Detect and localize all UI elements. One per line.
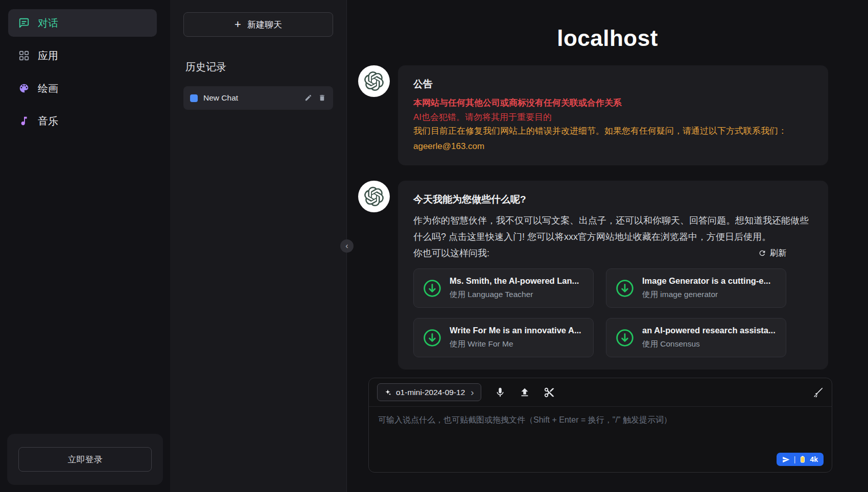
chat-bubble-icon xyxy=(18,17,30,29)
suggestion-card[interactable]: Ms. Smith, the AI-powered Lan... 使用 Lang… xyxy=(413,268,594,308)
new-chat-button[interactable]: + 新建聊天 xyxy=(183,12,333,37)
history-title: 历史记录 xyxy=(183,60,333,74)
sidebar-item-draw[interactable]: 绘画 xyxy=(8,75,157,102)
new-chat-label: 新建聊天 xyxy=(247,19,282,31)
assistant-avatar xyxy=(358,181,390,212)
announcement-line-1: 本网站与任何其他公司或商标没有任何关联或合作关系 xyxy=(413,96,813,110)
sidebar: 对话 应用 绘画 音乐 立即登录 xyxy=(0,0,170,492)
chat-item-title: New Chat xyxy=(203,93,299,103)
suggestion-texts: Ms. Smith, the AI-powered Lan... 使用 Lang… xyxy=(450,276,579,300)
suggestion-title: Image Generator is a cutting-e... xyxy=(642,276,770,286)
suggestion-subtitle: 使用 Consensus xyxy=(642,339,776,350)
ask-row: 你也可以这样问我: 刷新 xyxy=(413,247,786,259)
chat-list-panel: + 新建聊天 历史记录 New Chat xyxy=(170,0,347,492)
suggestion-grid: Ms. Smith, the AI-powered Lan... 使用 Lang… xyxy=(413,268,786,357)
suggestion-title: Ms. Smith, the AI-powered Lan... xyxy=(450,276,579,286)
download-circle-icon xyxy=(615,278,635,299)
suggestion-title: an AI-powered research assista... xyxy=(642,326,776,335)
refresh-suggestions-button[interactable]: 刷新 xyxy=(758,248,786,259)
refresh-label: 刷新 xyxy=(770,248,786,259)
composer: o1-mini-2024-09-12 › xyxy=(368,378,832,473)
sidebar-item-music[interactable]: 音乐 xyxy=(8,107,157,135)
announcement-card: 公告 本网站与任何其他公司或商标没有任何关联或合作关系 AI也会犯错。请勿将其用… xyxy=(398,65,828,165)
contact-email-link[interactable]: ageerle@163.com xyxy=(413,139,484,154)
badge-divider: | xyxy=(794,455,796,463)
welcome-body: 作为你的智慧伙伴，我不仅可以写文案、出点子，还可以和你聊天、回答问题。想知道我还… xyxy=(413,212,813,245)
suggestion-texts: an AI-powered research assista... 使用 Con… xyxy=(642,326,776,350)
download-circle-icon xyxy=(422,328,442,348)
login-panel: 立即登录 xyxy=(7,434,163,485)
message-input[interactable] xyxy=(369,407,832,454)
announcement-title: 公告 xyxy=(413,78,813,91)
sparkle-icon xyxy=(384,389,391,396)
sidebar-item-label: 应用 xyxy=(38,49,58,63)
delete-chat-icon[interactable] xyxy=(318,94,326,102)
main-content: localhost 公告 本网站与任何其他公司或商标没有任何关联或合作关系 AI… xyxy=(347,0,868,492)
suggestion-subtitle: 使用 Write For Me xyxy=(450,339,581,350)
assistant-avatar xyxy=(358,65,390,97)
sidebar-item-apps[interactable]: 应用 xyxy=(8,42,157,69)
send-plane-icon xyxy=(782,456,790,463)
welcome-message: 今天我能为您做些什么呢? 作为你的智慧伙伴，我不仅可以写文案、出点子，还可以和你… xyxy=(358,181,828,370)
refresh-icon xyxy=(758,249,766,257)
chat-item-color-icon xyxy=(190,94,198,102)
app-root: 对话 应用 绘画 音乐 立即登录 + 新建聊天 xyxy=(0,0,868,492)
sidebar-item-chat[interactable]: 对话 xyxy=(8,9,157,37)
apps-grid-icon xyxy=(18,50,30,61)
welcome-title: 今天我能为您做些什么呢? xyxy=(413,193,813,206)
scissors-icon[interactable] xyxy=(544,387,555,398)
welcome-card: 今天我能为您做些什么呢? 作为你的智慧伙伴，我不仅可以写文案、出点子，还可以和你… xyxy=(398,181,828,370)
chat-history-item[interactable]: New Chat xyxy=(183,86,333,110)
download-circle-icon xyxy=(615,328,635,348)
message-list: 公告 本网站与任何其他公司或商标没有任何关联或合作关系 AI也会犯错。请勿将其用… xyxy=(347,63,868,373)
download-circle-icon xyxy=(422,278,442,299)
announcement-message: 公告 本网站与任何其他公司或商标没有任何关联或合作关系 AI也会犯错。请勿将其用… xyxy=(358,65,828,165)
model-name: o1-mini-2024-09-12 xyxy=(396,388,465,397)
palette-icon xyxy=(18,83,30,94)
login-button[interactable]: 立即登录 xyxy=(18,447,152,472)
upload-icon[interactable] xyxy=(519,387,530,398)
plus-icon: + xyxy=(234,19,241,30)
suggestion-card[interactable]: Image Generator is a cutting-e... 使用 ima… xyxy=(606,268,786,308)
sidebar-item-label: 对话 xyxy=(38,16,58,30)
page-title: localhost xyxy=(347,26,868,51)
send-token-badge[interactable]: | 4k xyxy=(777,453,824,466)
announcement-line-2: AI也会犯错。请勿将其用于重要目的 xyxy=(413,110,813,125)
token-count: 4k xyxy=(810,455,818,463)
music-note-icon xyxy=(18,115,30,127)
suggestion-card[interactable]: Write For Me is an innovative A... 使用 Wr… xyxy=(413,318,594,357)
clear-broom-icon[interactable] xyxy=(812,387,824,398)
chevron-right-icon: › xyxy=(471,387,474,397)
suggestion-title: Write For Me is an innovative A... xyxy=(450,326,581,335)
openai-logo-icon xyxy=(364,187,384,206)
ask-hint: 你也可以这样问我: xyxy=(413,247,489,259)
suggestion-texts: Write For Me is an innovative A... 使用 Wr… xyxy=(450,326,581,350)
suggestion-card[interactable]: an AI-powered research assista... 使用 Con… xyxy=(606,318,786,357)
edit-chat-icon[interactable] xyxy=(304,94,313,102)
collapse-panel-button[interactable]: ‹ xyxy=(340,239,354,253)
microphone-icon[interactable] xyxy=(495,387,506,398)
model-selector-button[interactable]: o1-mini-2024-09-12 › xyxy=(377,383,481,401)
announcement-line-3: 我们目前正在修复我们网站上的错误并改进细节。如果您有任何疑问，请通过以下方式联系… xyxy=(413,124,813,138)
sidebar-item-label: 音乐 xyxy=(38,114,58,128)
battery-icon xyxy=(800,456,806,463)
suggestion-subtitle: 使用 image generator xyxy=(642,289,770,300)
sidebar-item-label: 绘画 xyxy=(38,82,58,95)
suggestion-texts: Image Generator is a cutting-e... 使用 ima… xyxy=(642,276,770,300)
composer-toolbar: o1-mini-2024-09-12 › xyxy=(369,378,832,407)
openai-logo-icon xyxy=(364,71,384,91)
suggestion-subtitle: 使用 Language Teacher xyxy=(450,289,579,300)
